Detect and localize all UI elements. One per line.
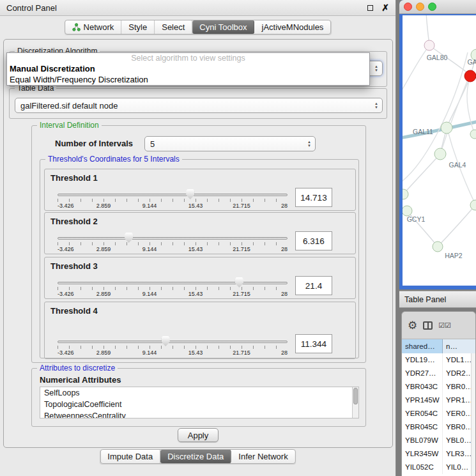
close-icon[interactable]: ✗ bbox=[381, 3, 389, 12]
network-edge[interactable] bbox=[403, 47, 429, 93]
network-tab-icon bbox=[72, 23, 81, 31]
tab-select[interactable]: Select bbox=[155, 20, 192, 34]
table-row[interactable]: YBR045CYBR0… bbox=[402, 420, 475, 434]
table-cell[interactable]: YLR345W bbox=[402, 447, 443, 461]
slider-axis-label: 9.144 bbox=[142, 349, 157, 356]
slider-handle[interactable] bbox=[162, 336, 170, 346]
slider-track[interactable] bbox=[58, 341, 288, 343]
list-item[interactable]: TopologicalCoefficient bbox=[40, 399, 358, 410]
threshold-3-box: Threshold 3 -3.4262.8599.14415.4321.7152… bbox=[44, 257, 356, 299]
tab-infer-network[interactable]: Infer Network bbox=[231, 450, 295, 463]
table-row[interactable]: YDR27…YDR2… bbox=[402, 367, 475, 380]
network-node[interactable] bbox=[403, 189, 408, 199]
threshold-1-slider[interactable]: -3.4262.8599.14415.4321.71528 bbox=[58, 187, 288, 211]
table-cell[interactable]: YIL052C bbox=[402, 461, 443, 474]
tab-label: Impute Data bbox=[107, 452, 153, 461]
slider-axis-label: -3.426 bbox=[58, 291, 74, 297]
network-node-label: GAL80 bbox=[427, 54, 448, 61]
slider-axis-labels: -3.4262.8599.14415.4321.71528 bbox=[58, 203, 288, 210]
table-row[interactable]: YBL079WYBL0… bbox=[402, 434, 475, 447]
columns-icon[interactable] bbox=[423, 321, 433, 330]
slider-axis-label: 15.43 bbox=[188, 203, 203, 209]
scrollbar-thumb[interactable] bbox=[353, 388, 358, 404]
table-row[interactable]: YIL052CYIL0… bbox=[402, 461, 475, 474]
close-traffic-light[interactable] bbox=[404, 3, 412, 11]
table-cell[interactable]: YBR043C bbox=[402, 380, 443, 394]
tab-label: Cyni Toolbox bbox=[199, 22, 247, 32]
float-window-icon[interactable] bbox=[367, 5, 373, 11]
tab-style[interactable]: Style bbox=[121, 20, 155, 34]
column-header-name[interactable]: n… bbox=[443, 339, 475, 353]
network-node[interactable] bbox=[403, 206, 412, 216]
list-item[interactable]: BetweennessCentrality bbox=[40, 410, 358, 418]
table-cell[interactable]: YBL079W bbox=[402, 434, 443, 447]
threshold-2-slider[interactable]: -3.4262.8599.14415.4321.71528 bbox=[58, 231, 288, 255]
table-row[interactable]: YLR345WYLR3… bbox=[402, 447, 475, 461]
table-row[interactable]: YDL19…YDL1… bbox=[402, 353, 475, 367]
number-of-intervals-combobox[interactable]: 5 ▲ ▼ bbox=[144, 136, 316, 151]
slider-handle[interactable] bbox=[125, 233, 133, 243]
slider-handle[interactable] bbox=[235, 277, 243, 288]
tab-discretize-data[interactable]: Discretize Data bbox=[160, 450, 231, 463]
table-body: YDL19…YDL1…YDR27…YDR2…YBR043CYBR0…YPR145… bbox=[402, 353, 475, 476]
zoom-traffic-light[interactable] bbox=[428, 3, 436, 11]
threshold-4-value-field[interactable]: 11.344 bbox=[295, 334, 332, 353]
network-edge[interactable] bbox=[438, 205, 475, 247]
popup-item-manual-discretization[interactable]: Manual Discretization bbox=[7, 63, 369, 74]
network-edge[interactable] bbox=[404, 154, 440, 194]
list-item[interactable]: SelfLoops bbox=[40, 387, 358, 399]
slider-axis-label: 21.715 bbox=[233, 246, 250, 252]
table-cell[interactable]: YDL19… bbox=[402, 353, 443, 367]
threshold-label: Threshold 2 bbox=[50, 217, 98, 226]
apply-button[interactable]: Apply bbox=[178, 428, 219, 442]
gear-icon[interactable]: ⚙ bbox=[408, 320, 417, 331]
column-header-shared-name[interactable]: shared… bbox=[402, 339, 443, 353]
network-node[interactable] bbox=[434, 148, 446, 160]
stepper-up-icon: ▲ bbox=[374, 102, 378, 105]
checkbox-icons[interactable]: ☑☑ bbox=[438, 322, 451, 329]
table-cell[interactable]: YBR045C bbox=[402, 420, 443, 434]
number-of-intervals-label: Number of Intervals bbox=[55, 139, 133, 148]
slider-axis-label: 28 bbox=[281, 349, 288, 356]
tab-cyni-toolbox[interactable]: Cyni Toolbox bbox=[192, 20, 254, 34]
network-node[interactable] bbox=[424, 40, 434, 50]
slider-handle[interactable] bbox=[186, 189, 194, 199]
threshold-2-value-field[interactable]: 6.316 bbox=[295, 231, 332, 250]
table-data-combobox[interactable]: galFiltered.sif default node ▲ ▼ bbox=[15, 98, 383, 113]
network-edge[interactable] bbox=[467, 77, 475, 134]
table-scrollbar[interactable] bbox=[471, 353, 475, 476]
minimize-traffic-light[interactable] bbox=[416, 3, 424, 11]
network-node[interactable] bbox=[464, 70, 476, 82]
network-svg[interactable]: GAL80GAGAL11GAL4GCY1HAP2 bbox=[403, 15, 476, 286]
network-node[interactable] bbox=[433, 242, 443, 252]
table-cell[interactable]: YDR27… bbox=[402, 367, 443, 380]
network-node[interactable] bbox=[470, 200, 476, 210]
table-row[interactable]: YER054CYER0… bbox=[402, 407, 475, 420]
slider-track[interactable] bbox=[58, 282, 288, 284]
threshold-1-value-field[interactable]: 14.713 bbox=[295, 188, 332, 207]
popup-item-equal-width-frequency[interactable]: Equal Width/Frequency Discretization bbox=[7, 74, 369, 85]
tab-impute-data[interactable]: Impute Data bbox=[100, 450, 160, 463]
threshold-3-slider[interactable]: -3.4262.8599.14415.4321.71528 bbox=[58, 275, 288, 300]
table-cell[interactable]: YPR145W bbox=[402, 394, 443, 407]
table-row[interactable]: YPR145WYPR1… bbox=[402, 394, 475, 407]
slider-track[interactable] bbox=[58, 237, 288, 240]
cyni-toolbox-panel: Discretization Algorithm ▲ ▼ Table Data … bbox=[3, 39, 393, 448]
threshold-3-value-field[interactable]: 21.4 bbox=[295, 276, 332, 295]
list-scrollbar[interactable] bbox=[352, 387, 358, 418]
slider-axis-label: 15.43 bbox=[188, 349, 203, 356]
network-node[interactable] bbox=[441, 122, 452, 134]
network-canvas[interactable]: GAL80GAGAL11GAL4GCY1HAP2 bbox=[403, 15, 476, 286]
threshold-4-slider[interactable]: -3.4262.8599.14415.4321.71528 bbox=[58, 334, 288, 358]
table-row[interactable]: YBR043CYBR0… bbox=[402, 380, 475, 394]
network-edge[interactable] bbox=[441, 77, 469, 153]
tab-label: Infer Network bbox=[238, 452, 288, 461]
algorithm-dropdown-popup: Select algorithm to view settings Manual… bbox=[6, 52, 370, 86]
table-cell[interactable]: YER054C bbox=[402, 407, 443, 420]
tab-label: Select bbox=[162, 22, 185, 32]
tab-network[interactable]: Network bbox=[65, 20, 122, 34]
tab-jactivemnodules[interactable]: jActiveMNodules bbox=[255, 20, 331, 34]
network-node[interactable] bbox=[470, 130, 476, 139]
slider-track[interactable] bbox=[58, 194, 288, 196]
popup-placeholder: Select algorithm to view settings bbox=[7, 53, 369, 63]
